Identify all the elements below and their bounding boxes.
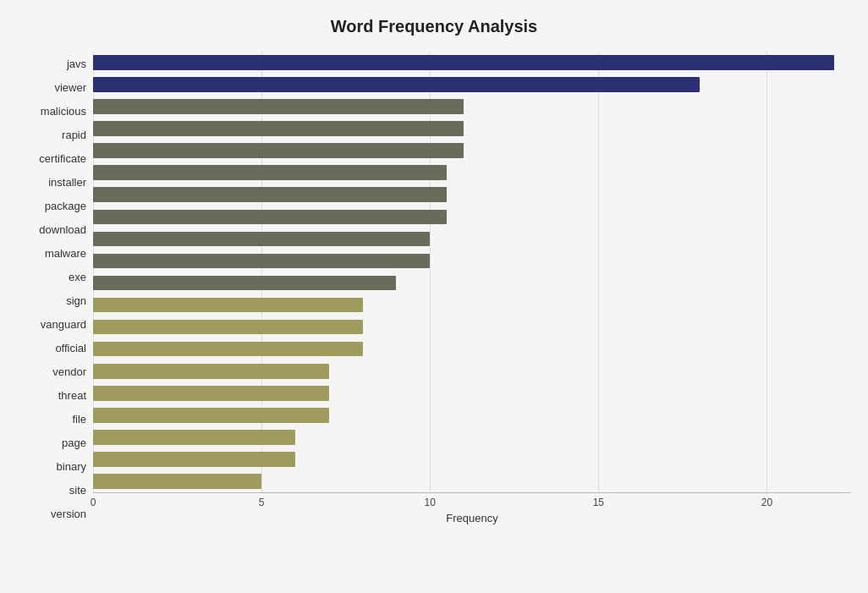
bar-row-installer: [93, 162, 851, 184]
bar-malicious: [93, 99, 464, 114]
bar-download: [93, 210, 447, 225]
bars-and-x: 05101520 Frequency: [93, 52, 851, 526]
chart-title: Word Frequency Analysis: [17, 17, 851, 36]
bar-package: [93, 187, 447, 202]
bar-viewer: [93, 77, 700, 92]
bar-file: [93, 386, 329, 401]
y-label-binary: binary: [57, 461, 86, 472]
bar-row-viewer: [93, 74, 851, 96]
bar-row-page: [93, 404, 851, 426]
x-axis: 05101520 Frequency: [93, 492, 851, 526]
bar-row-malware: [93, 228, 851, 250]
y-label-certificate: certificate: [39, 153, 86, 164]
bar-sign: [93, 276, 396, 291]
x-axis-label: Frequency: [93, 512, 851, 524]
y-label-download: download: [39, 224, 86, 235]
bar-row-version: [93, 470, 851, 492]
y-label-malware: malware: [45, 248, 86, 259]
bar-row-exe: [93, 250, 851, 272]
bar-row-official: [93, 316, 851, 338]
bar-row-malicious: [93, 96, 851, 118]
y-label-viewer: viewer: [54, 82, 86, 93]
x-ticks: 05101520: [93, 493, 851, 510]
y-label-package: package: [45, 200, 86, 211]
bars-area: [93, 52, 851, 492]
bar-row-sign: [93, 272, 851, 294]
bar-page: [93, 408, 329, 423]
bar-threat: [93, 364, 329, 379]
bar-installer: [93, 165, 447, 180]
y-axis: javsviewermaliciousrapidcertificateinsta…: [17, 52, 93, 526]
bar-row-javs: [93, 52, 851, 74]
bar-row-vendor: [93, 338, 851, 360]
bar-row-vanguard: [93, 294, 851, 316]
y-label-malicious: malicious: [41, 106, 86, 117]
bar-certificate: [93, 143, 464, 158]
y-label-official: official: [55, 343, 86, 354]
bar-vendor: [93, 342, 363, 357]
bar-version: [93, 474, 261, 489]
y-label-file: file: [72, 414, 86, 425]
x-tick-20: 20: [761, 497, 772, 508]
bar-official: [93, 320, 363, 335]
bar-binary: [93, 430, 295, 445]
bar-row-file: [93, 382, 851, 404]
y-label-site: site: [69, 485, 86, 496]
x-tick-0: 0: [91, 497, 96, 508]
bar-javs: [93, 55, 834, 70]
y-label-threat: threat: [58, 390, 86, 401]
bar-exe: [93, 254, 430, 269]
x-tick-5: 5: [259, 497, 265, 508]
bar-row-binary: [93, 426, 851, 448]
bar-row-rapid: [93, 118, 851, 140]
y-label-installer: installer: [48, 177, 86, 188]
x-tick-15: 15: [593, 497, 604, 508]
bar-rows: [93, 52, 851, 492]
bar-row-download: [93, 206, 851, 228]
y-label-exe: exe: [69, 272, 86, 283]
bar-row-site: [93, 448, 851, 470]
chart-container: Word Frequency Analysis javsviewermalici…: [0, 0, 868, 593]
y-label-sign: sign: [66, 295, 86, 306]
bar-row-package: [93, 184, 851, 206]
y-label-version: version: [51, 508, 86, 519]
bar-malware: [93, 232, 430, 247]
y-label-rapid: rapid: [62, 129, 86, 140]
y-label-vanguard: vanguard: [41, 319, 86, 330]
y-label-page: page: [62, 437, 86, 448]
bar-rapid: [93, 121, 464, 136]
y-label-vendor: vendor: [52, 366, 86, 377]
x-tick-10: 10: [425, 497, 436, 508]
bar-row-certificate: [93, 140, 851, 162]
chart-area: javsviewermaliciousrapidcertificateinsta…: [17, 52, 851, 526]
bar-row-threat: [93, 360, 851, 382]
bar-vanguard: [93, 298, 363, 313]
y-label-javs: javs: [67, 58, 86, 69]
bar-site: [93, 452, 295, 467]
